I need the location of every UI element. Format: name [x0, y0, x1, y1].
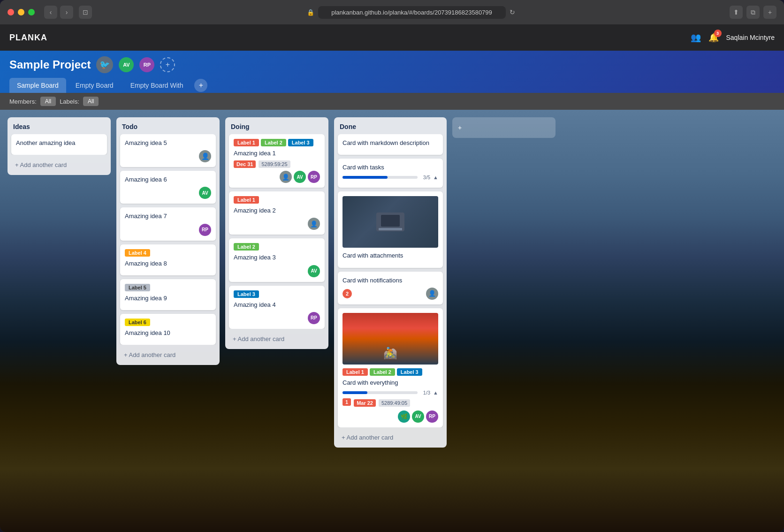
share-button[interactable]: ⬆	[730, 6, 743, 19]
card-member-av: AV	[412, 410, 424, 423]
card-amazing-idea-8[interactable]: Label 4 Amazing idea 8	[120, 244, 216, 275]
card-footer: RP	[125, 224, 211, 236]
reload-button[interactable]: ↻	[510, 8, 515, 16]
card-labels: Label 3	[234, 290, 320, 298]
sidebar-toggle-button[interactable]: ⊡	[79, 6, 92, 19]
minimize-button[interactable]	[18, 9, 24, 15]
progress-arrow: ▲	[433, 175, 438, 180]
add-card-button-done[interactable]: + Add another card	[338, 431, 443, 444]
card-title: Card with markdown description	[343, 139, 438, 147]
card-title: Amazing idea 7	[125, 212, 211, 220]
label-1: Label 1	[234, 196, 259, 204]
app-logo: PLANKA	[9, 33, 691, 43]
list-cards-ideas: Another amazing idea	[8, 134, 111, 155]
card-notification-badge: 1	[343, 398, 351, 406]
titlebar: ‹ › ⊡ 🔒 plankanban.github.io/planka/#/bo…	[0, 0, 784, 24]
add-member-button[interactable]: +	[160, 57, 175, 72]
labels-filter-chip[interactable]: All	[83, 97, 99, 106]
member-avatar-rp[interactable]: RP	[139, 57, 154, 72]
list-doing: Doing Label 1 Label 2 Label 3 Amazing id…	[225, 117, 328, 349]
card-title: Amazing idea 8	[125, 259, 211, 268]
card-member-avatar: 👤	[308, 218, 320, 230]
list-footer-todo: + Add another card	[116, 345, 220, 365]
card-title: Amazing idea 4	[234, 301, 320, 309]
card-labels: Label 1 Label 2 Label 3	[343, 368, 438, 376]
card-date: Mar 22	[354, 399, 376, 407]
card-markdown-description[interactable]: Card with markdown description	[338, 134, 443, 155]
new-tab-button[interactable]: +	[763, 6, 776, 19]
addressbar[interactable]: plankanban.github.io/planka/#/boards/207…	[318, 6, 506, 19]
card-date: Dec 31	[234, 160, 256, 168]
card-members: AV	[308, 265, 320, 277]
card-title: Amazing idea 6	[125, 175, 211, 184]
back-button[interactable]: ‹	[44, 6, 57, 19]
card-members: 👤	[426, 288, 438, 300]
list-footer-done: + Add another card	[334, 427, 447, 448]
card-amazing-idea-10[interactable]: Label 6 Amazing idea 10	[120, 314, 216, 345]
label-4: Label 4	[125, 249, 150, 257]
header-actions: 👥 🔔 3 Saqlain Mcintyre	[691, 32, 775, 43]
card-with-everything[interactable]: 🚵 Label 1 Label 2 Label 3 Card with ever…	[338, 308, 443, 427]
card-title: Amazing idea 5	[125, 139, 211, 147]
card-members: RP	[199, 224, 211, 236]
card-footer: 2 👤	[343, 288, 438, 300]
members-filter-chip[interactable]: All	[40, 97, 56, 106]
member-avatar-av[interactable]: AV	[119, 57, 134, 72]
label-1: Label 1	[234, 139, 259, 146]
add-list-button[interactable]: +	[452, 117, 556, 138]
list-cards-doing: Label 1 Label 2 Label 3 Amazing idea 1 D…	[225, 134, 328, 329]
tab-empty-board-with[interactable]: Empty Board With	[123, 78, 191, 93]
card-progress: 1/3 ▲	[343, 390, 438, 395]
card-member-avatar: 👤	[199, 150, 211, 162]
card-title: Amazing idea 1	[234, 149, 320, 158]
card-footer: 👤	[125, 150, 211, 162]
card-members: 🌿 AV RP	[398, 410, 438, 423]
project-title[interactable]: Sample Project	[9, 58, 91, 71]
label-3: Label 3	[288, 139, 313, 146]
card-amazing-idea-7[interactable]: Amazing idea 7 RP	[120, 207, 216, 240]
card-member-avatar: 👤	[280, 171, 292, 183]
card-amazing-idea-1[interactable]: Label 1 Label 2 Label 3 Amazing idea 1 D…	[229, 134, 325, 188]
card-title: Card with attachments	[343, 251, 438, 260]
list-footer-ideas: + Add another card	[8, 155, 111, 175]
card-footer: AV	[125, 187, 211, 199]
card-amazing-idea-4[interactable]: Label 3 Amazing idea 4 RP	[229, 286, 325, 329]
card-amazing-idea-6[interactable]: Amazing idea 6 AV	[120, 171, 216, 204]
close-button[interactable]	[8, 9, 14, 15]
tab-sample-board[interactable]: Sample Board	[9, 78, 66, 93]
card-amazing-idea-3[interactable]: Label 2 Amazing idea 3 AV	[229, 238, 325, 281]
tab-empty-board[interactable]: Empty Board	[68, 78, 121, 93]
card-title: Card with everything	[343, 379, 438, 387]
card-meta: 1 Mar 22 5289:49:05	[343, 398, 438, 408]
add-board-button[interactable]: +	[194, 79, 207, 92]
add-card-button-ideas[interactable]: + Add another card	[11, 159, 107, 171]
card-with-tasks[interactable]: Card with tasks 3/5 ▲	[338, 159, 443, 188]
card-amazing-idea-9[interactable]: Label 5 Amazing idea 9	[120, 279, 216, 310]
forward-button[interactable]: ›	[60, 6, 73, 19]
progress-text: 1/3	[423, 390, 430, 395]
maximize-button[interactable]	[28, 9, 35, 15]
card-member-av: AV	[294, 171, 306, 183]
add-card-button-todo[interactable]: + Add another card	[120, 349, 216, 361]
card-amazing-idea-2[interactable]: Label 1 Amazing idea 2 👤	[229, 191, 325, 235]
card-with-attachments[interactable]: Card with attachments	[338, 191, 443, 267]
card-another-amazing-idea[interactable]: Another amazing idea	[11, 134, 107, 155]
label-5: Label 5	[125, 284, 150, 291]
list-header-doing: Doing	[225, 117, 328, 134]
traffic-lights	[8, 9, 35, 15]
tab-button[interactable]: ⧉	[746, 6, 760, 19]
addressbar-wrap: 🔒 plankanban.github.io/planka/#/boards/2…	[98, 6, 724, 19]
card-title: Amazing idea 2	[234, 206, 320, 215]
card-title: Amazing idea 3	[234, 253, 320, 262]
members-icon-button[interactable]: 👥	[691, 32, 701, 43]
card-footer: 👤 AV RP	[234, 171, 320, 183]
card-with-notifications[interactable]: Card with notifications 2 👤	[338, 272, 443, 304]
card-image-mountain: 🚵	[343, 313, 438, 365]
add-card-button-doing[interactable]: + Add another card	[229, 333, 325, 345]
card-footer: 👤	[234, 218, 320, 230]
card-members: RP	[308, 312, 320, 324]
card-amazing-idea-5[interactable]: Amazing idea 5 👤	[120, 134, 216, 167]
notifications-button[interactable]: 🔔 3	[708, 32, 719, 43]
card-members: 👤	[308, 218, 320, 230]
user-menu[interactable]: Saqlain Mcintyre	[726, 34, 775, 41]
